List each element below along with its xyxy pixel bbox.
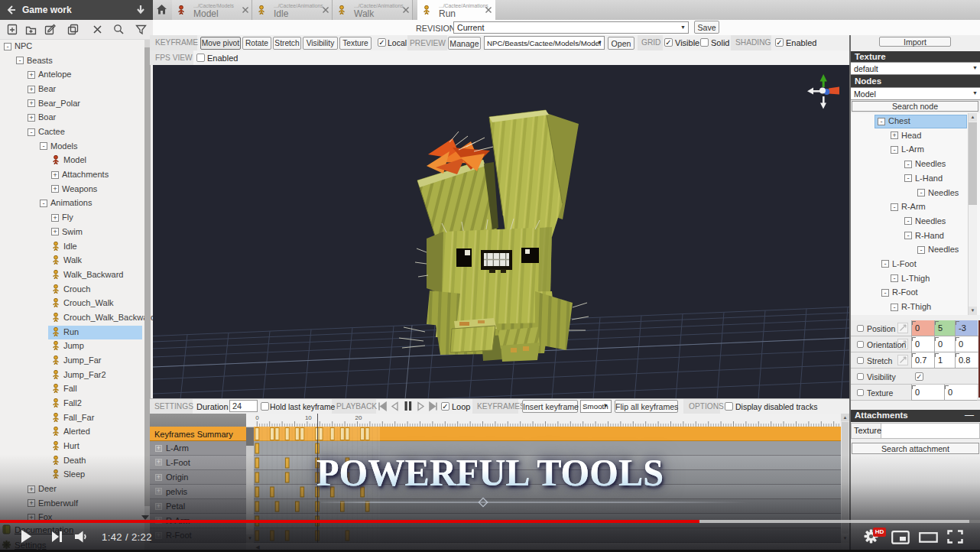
svg-text:10: 10 [305, 414, 312, 421]
svg-text:0: 0 [255, 414, 259, 421]
svg-text:20: 20 [355, 414, 362, 421]
